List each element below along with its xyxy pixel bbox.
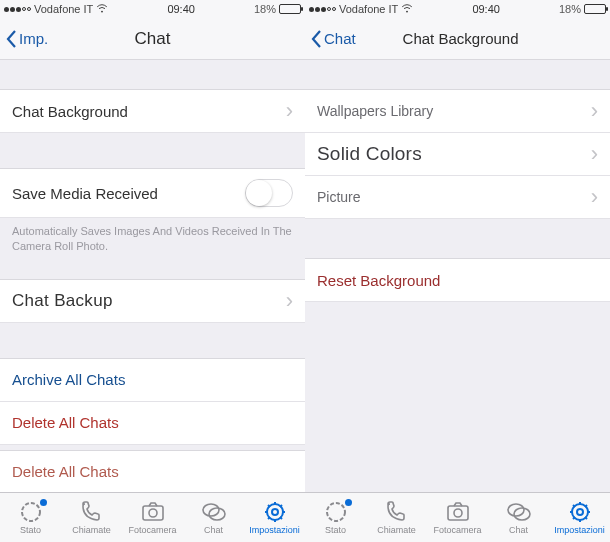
wallpapers-library-row[interactable]: Wallpapers Library › [305, 89, 610, 133]
battery-percent: 18% [254, 3, 276, 15]
camera-icon [140, 500, 166, 524]
tab-chat[interactable]: Chat [489, 500, 549, 535]
tab-bar: Stato Chiamate Fotocamera Chat Impostazi… [305, 492, 610, 542]
page-title: Chat Background [403, 30, 519, 47]
right-screen: Vodafone IT 09:40 18% Chat Chat Backgrou… [305, 0, 610, 542]
svg-point-15 [327, 503, 345, 521]
save-media-note: Automatically Saves Images And Videos Re… [0, 218, 305, 264]
svg-point-2 [149, 509, 157, 517]
row-label: Save Media Received [12, 185, 158, 202]
tab-chiamate[interactable]: Chiamate [367, 500, 427, 535]
chevron-right-icon: › [286, 290, 293, 312]
tab-label: Chat [509, 525, 528, 535]
svg-point-6 [272, 509, 278, 515]
gear-icon [567, 500, 593, 524]
battery-icon [584, 4, 606, 14]
signal-strength-icon [4, 7, 31, 12]
save-media-toggle[interactable] [245, 179, 293, 207]
row-label: Chat Background [12, 103, 128, 120]
tab-bar: Stato Chiamate Fotocamera Chat Impostazi… [0, 492, 305, 542]
svg-line-27 [585, 517, 587, 519]
row-label: Delete All Chats [12, 414, 119, 431]
background-list: Wallpapers Library › Solid Colors › Pict… [305, 60, 610, 492]
tab-chiamate[interactable]: Chiamate [62, 500, 122, 535]
svg-line-13 [280, 505, 282, 507]
badge-dot-icon [40, 499, 47, 506]
battery-percent: 18% [559, 3, 581, 15]
svg-point-0 [22, 503, 40, 521]
tab-fotocamera[interactable]: Fotocamera [123, 500, 183, 535]
wifi-icon [401, 3, 413, 15]
page-title: Chat [135, 29, 171, 49]
gear-icon [262, 500, 288, 524]
tab-label: Impostazioni [249, 525, 300, 535]
chevron-right-icon: › [591, 143, 598, 165]
delete-all-row-1[interactable]: Delete All Chats [0, 401, 305, 445]
tab-chat[interactable]: Chat [184, 500, 244, 535]
svg-line-26 [573, 505, 575, 507]
chat-backup-row[interactable]: Chat Backup › [0, 279, 305, 323]
svg-point-21 [577, 509, 583, 515]
nav-bar: Chat Chat Background [305, 18, 610, 60]
badge-dot-icon [345, 499, 352, 506]
tab-stato[interactable]: Stato [306, 500, 366, 535]
status-time: 09:40 [472, 3, 500, 15]
tab-impostazioni[interactable]: Impostazioni [245, 500, 305, 535]
svg-line-11 [268, 505, 270, 507]
delete-all-row-2[interactable]: Delete All Chats [0, 450, 305, 492]
svg-line-12 [280, 517, 282, 519]
wifi-icon [96, 3, 108, 15]
battery-icon [279, 4, 301, 14]
signal-strength-icon [309, 7, 336, 12]
camera-icon [445, 500, 471, 524]
tab-fotocamera[interactable]: Fotocamera [428, 500, 488, 535]
chevron-right-icon: › [591, 186, 598, 208]
row-label: Delete All Chats [12, 463, 119, 480]
carrier-label: Vodafone IT [34, 3, 93, 15]
phone-icon [384, 500, 410, 524]
chats-icon [506, 500, 532, 524]
phone-icon [79, 500, 105, 524]
tab-label: Stato [20, 525, 41, 535]
tab-impostazioni[interactable]: Impostazioni [550, 500, 610, 535]
reset-background-row[interactable]: Reset Background [305, 258, 610, 302]
row-label: Solid Colors [317, 143, 422, 165]
row-label: Reset Background [317, 272, 440, 289]
row-label: Wallpapers Library [317, 103, 433, 119]
status-time: 09:40 [167, 3, 195, 15]
picture-row[interactable]: Picture › [305, 175, 610, 219]
chevron-right-icon: › [286, 100, 293, 122]
tab-label: Impostazioni [554, 525, 605, 535]
save-media-row: Save Media Received [0, 168, 305, 218]
row-label: Chat Backup [12, 291, 113, 311]
archive-all-row[interactable]: Archive All Chats [0, 358, 305, 402]
tab-stato[interactable]: Stato [1, 500, 61, 535]
back-button[interactable]: Imp. [6, 30, 48, 48]
row-label: Picture [317, 189, 361, 205]
status-bar: Vodafone IT 09:40 18% [305, 0, 610, 18]
svg-line-28 [585, 505, 587, 507]
settings-list: Chat Background › Save Media Received Au… [0, 60, 305, 492]
nav-bar: Imp. Chat [0, 18, 305, 60]
tab-label: Chiamate [72, 525, 111, 535]
tab-label: Fotocamera [433, 525, 481, 535]
svg-line-14 [268, 517, 270, 519]
chats-icon [201, 500, 227, 524]
svg-rect-16 [448, 506, 468, 520]
svg-line-29 [573, 517, 575, 519]
solid-colors-row[interactable]: Solid Colors › [305, 132, 610, 176]
back-button[interactable]: Chat [311, 30, 356, 48]
svg-point-17 [454, 509, 462, 517]
back-label: Imp. [19, 30, 48, 47]
tab-label: Fotocamera [128, 525, 176, 535]
back-label: Chat [324, 30, 356, 47]
carrier-label: Vodafone IT [339, 3, 398, 15]
row-label: Archive All Chats [12, 371, 125, 388]
tab-label: Chiamate [377, 525, 416, 535]
left-screen: Vodafone IT 09:40 18% Imp. Chat Chat Bac… [0, 0, 305, 542]
chevron-right-icon: › [591, 100, 598, 122]
chat-background-row[interactable]: Chat Background › [0, 89, 305, 133]
status-bar: Vodafone IT 09:40 18% [0, 0, 305, 18]
tab-label: Chat [204, 525, 223, 535]
svg-rect-1 [143, 506, 163, 520]
